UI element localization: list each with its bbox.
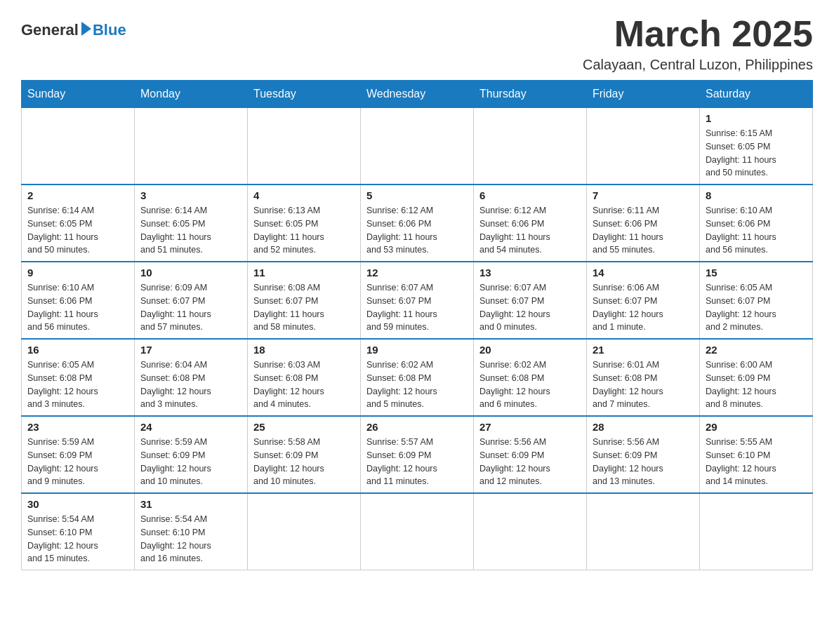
page-header: General Blue March 2025 Calayaan, Centra… bbox=[21, 14, 813, 73]
calendar-header-saturday: Saturday bbox=[700, 81, 813, 108]
day-number: 19 bbox=[366, 344, 468, 356]
day-info: Sunrise: 6:10 AMSunset: 6:06 PMDaylight:… bbox=[27, 281, 128, 334]
day-number: 30 bbox=[27, 498, 128, 510]
calendar-cell: 27Sunrise: 5:56 AMSunset: 6:09 PMDayligh… bbox=[474, 416, 587, 493]
day-number: 9 bbox=[27, 267, 128, 279]
logo-general-text: General bbox=[21, 21, 79, 39]
calendar-header-wednesday: Wednesday bbox=[361, 81, 474, 108]
calendar-week-row: 9Sunrise: 6:10 AMSunset: 6:06 PMDaylight… bbox=[22, 262, 813, 339]
calendar-cell: 5Sunrise: 6:12 AMSunset: 6:06 PMDaylight… bbox=[361, 185, 474, 262]
day-info: Sunrise: 6:15 AMSunset: 6:05 PMDaylight:… bbox=[706, 127, 807, 180]
day-info: Sunrise: 6:02 AMSunset: 6:08 PMDaylight:… bbox=[366, 358, 468, 411]
calendar-cell: 19Sunrise: 6:02 AMSunset: 6:08 PMDayligh… bbox=[361, 339, 474, 416]
day-info: Sunrise: 6:14 AMSunset: 6:05 PMDaylight:… bbox=[140, 204, 241, 257]
calendar-cell bbox=[248, 108, 361, 185]
calendar-cell: 24Sunrise: 5:59 AMSunset: 6:09 PMDayligh… bbox=[135, 416, 248, 493]
logo: General Blue bbox=[21, 21, 126, 39]
day-number: 16 bbox=[27, 344, 128, 356]
calendar-cell bbox=[135, 108, 248, 185]
day-number: 18 bbox=[253, 344, 355, 356]
calendar-week-row: 1Sunrise: 6:15 AMSunset: 6:05 PMDaylight… bbox=[22, 108, 813, 185]
calendar-header-thursday: Thursday bbox=[474, 81, 587, 108]
calendar-header-row: SundayMondayTuesdayWednesdayThursdayFrid… bbox=[22, 81, 813, 108]
day-info: Sunrise: 6:04 AMSunset: 6:08 PMDaylight:… bbox=[140, 358, 241, 411]
day-number: 26 bbox=[366, 421, 468, 433]
day-number: 28 bbox=[593, 421, 694, 433]
day-number: 12 bbox=[366, 267, 468, 279]
calendar-cell: 11Sunrise: 6:08 AMSunset: 6:07 PMDayligh… bbox=[248, 262, 361, 339]
day-info: Sunrise: 6:12 AMSunset: 6:06 PMDaylight:… bbox=[479, 204, 581, 257]
calendar-cell: 31Sunrise: 5:54 AMSunset: 6:10 PMDayligh… bbox=[135, 493, 248, 570]
calendar-cell bbox=[587, 493, 700, 570]
day-info: Sunrise: 6:05 AMSunset: 6:08 PMDaylight:… bbox=[27, 358, 128, 411]
day-info: Sunrise: 5:56 AMSunset: 6:09 PMDaylight:… bbox=[593, 436, 694, 488]
day-number: 4 bbox=[253, 189, 355, 201]
calendar-cell: 6Sunrise: 6:12 AMSunset: 6:06 PMDaylight… bbox=[474, 185, 587, 262]
calendar-cell: 20Sunrise: 6:02 AMSunset: 6:08 PMDayligh… bbox=[474, 339, 587, 416]
calendar-cell bbox=[474, 493, 587, 570]
calendar-cell: 28Sunrise: 5:56 AMSunset: 6:09 PMDayligh… bbox=[587, 416, 700, 493]
day-number: 23 bbox=[27, 421, 128, 433]
logo-blue-text: Blue bbox=[93, 21, 126, 39]
day-number: 15 bbox=[706, 267, 807, 279]
day-info: Sunrise: 6:01 AMSunset: 6:08 PMDaylight:… bbox=[593, 358, 694, 411]
calendar-cell bbox=[700, 493, 813, 570]
day-number: 10 bbox=[140, 267, 241, 279]
day-number: 1 bbox=[706, 112, 807, 124]
day-info: Sunrise: 5:56 AMSunset: 6:09 PMDaylight:… bbox=[479, 436, 581, 488]
calendar-cell: 21Sunrise: 6:01 AMSunset: 6:08 PMDayligh… bbox=[587, 339, 700, 416]
day-info: Sunrise: 6:05 AMSunset: 6:07 PMDaylight:… bbox=[706, 281, 807, 334]
calendar-cell: 14Sunrise: 6:06 AMSunset: 6:07 PMDayligh… bbox=[587, 262, 700, 339]
day-number: 22 bbox=[706, 344, 807, 356]
calendar-cell: 9Sunrise: 6:10 AMSunset: 6:06 PMDaylight… bbox=[22, 262, 135, 339]
day-info: Sunrise: 6:00 AMSunset: 6:09 PMDaylight:… bbox=[706, 358, 807, 411]
calendar-week-row: 30Sunrise: 5:54 AMSunset: 6:10 PMDayligh… bbox=[22, 493, 813, 570]
day-info: Sunrise: 6:07 AMSunset: 6:07 PMDaylight:… bbox=[366, 281, 468, 334]
day-number: 24 bbox=[140, 421, 241, 433]
calendar-cell: 22Sunrise: 6:00 AMSunset: 6:09 PMDayligh… bbox=[700, 339, 813, 416]
month-title: March 2025 bbox=[583, 14, 813, 54]
calendar-cell: 18Sunrise: 6:03 AMSunset: 6:08 PMDayligh… bbox=[248, 339, 361, 416]
day-number: 13 bbox=[479, 267, 581, 279]
calendar-cell: 1Sunrise: 6:15 AMSunset: 6:05 PMDaylight… bbox=[700, 108, 813, 185]
calendar-cell: 23Sunrise: 5:59 AMSunset: 6:09 PMDayligh… bbox=[22, 416, 135, 493]
day-info: Sunrise: 5:57 AMSunset: 6:09 PMDaylight:… bbox=[366, 436, 468, 488]
calendar-header-monday: Monday bbox=[135, 81, 248, 108]
day-number: 21 bbox=[593, 344, 694, 356]
calendar-cell bbox=[22, 108, 135, 185]
calendar-cell bbox=[474, 108, 587, 185]
calendar-cell bbox=[361, 493, 474, 570]
day-info: Sunrise: 6:02 AMSunset: 6:08 PMDaylight:… bbox=[479, 358, 581, 411]
calendar-cell: 29Sunrise: 5:55 AMSunset: 6:10 PMDayligh… bbox=[700, 416, 813, 493]
location-title: Calayaan, Central Luzon, Philippines bbox=[583, 57, 813, 73]
day-info: Sunrise: 6:12 AMSunset: 6:06 PMDaylight:… bbox=[366, 204, 468, 257]
day-info: Sunrise: 6:11 AMSunset: 6:06 PMDaylight:… bbox=[593, 204, 694, 257]
calendar-cell: 25Sunrise: 5:58 AMSunset: 6:09 PMDayligh… bbox=[248, 416, 361, 493]
day-number: 2 bbox=[27, 189, 128, 201]
calendar-cell: 7Sunrise: 6:11 AMSunset: 6:06 PMDaylight… bbox=[587, 185, 700, 262]
calendar-cell bbox=[587, 108, 700, 185]
calendar-cell: 15Sunrise: 6:05 AMSunset: 6:07 PMDayligh… bbox=[700, 262, 813, 339]
day-number: 27 bbox=[479, 421, 581, 433]
calendar-cell: 8Sunrise: 6:10 AMSunset: 6:06 PMDaylight… bbox=[700, 185, 813, 262]
day-info: Sunrise: 6:06 AMSunset: 6:07 PMDaylight:… bbox=[593, 281, 694, 334]
day-info: Sunrise: 6:07 AMSunset: 6:07 PMDaylight:… bbox=[479, 281, 581, 334]
day-info: Sunrise: 6:08 AMSunset: 6:07 PMDaylight:… bbox=[253, 281, 355, 334]
day-number: 5 bbox=[366, 189, 468, 201]
calendar-table: SundayMondayTuesdayWednesdayThursdayFrid… bbox=[21, 80, 813, 570]
day-number: 3 bbox=[140, 189, 241, 201]
calendar-week-row: 16Sunrise: 6:05 AMSunset: 6:08 PMDayligh… bbox=[22, 339, 813, 416]
calendar-cell: 13Sunrise: 6:07 AMSunset: 6:07 PMDayligh… bbox=[474, 262, 587, 339]
day-number: 17 bbox=[140, 344, 241, 356]
calendar-cell: 3Sunrise: 6:14 AMSunset: 6:05 PMDaylight… bbox=[135, 185, 248, 262]
day-number: 20 bbox=[479, 344, 581, 356]
day-number: 14 bbox=[593, 267, 694, 279]
day-info: Sunrise: 5:55 AMSunset: 6:10 PMDaylight:… bbox=[706, 436, 807, 488]
day-info: Sunrise: 5:59 AMSunset: 6:09 PMDaylight:… bbox=[140, 436, 241, 488]
calendar-header-sunday: Sunday bbox=[22, 81, 135, 108]
day-number: 11 bbox=[253, 267, 355, 279]
calendar-cell: 26Sunrise: 5:57 AMSunset: 6:09 PMDayligh… bbox=[361, 416, 474, 493]
logo-arrow-icon bbox=[81, 22, 91, 36]
day-info: Sunrise: 6:14 AMSunset: 6:05 PMDaylight:… bbox=[27, 204, 128, 257]
calendar-week-row: 23Sunrise: 5:59 AMSunset: 6:09 PMDayligh… bbox=[22, 416, 813, 493]
